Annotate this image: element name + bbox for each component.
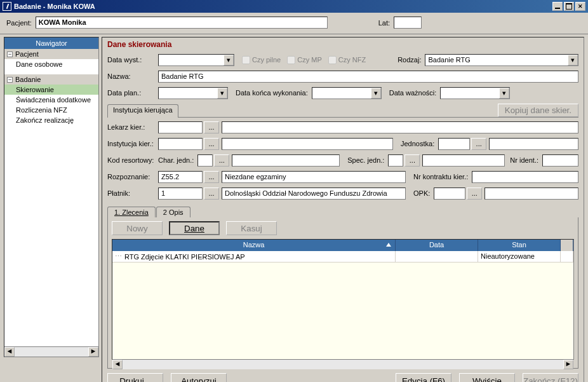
- kasuj-button[interactable]: Kasuj: [226, 221, 277, 235]
- dane-button[interactable]: Dane: [169, 221, 220, 235]
- minimize-button[interactable]: [552, 2, 563, 11]
- instytucja-label: Instytucja kier.:: [107, 140, 158, 147]
- col-spacer: [561, 240, 573, 251]
- app-icon: [3, 2, 11, 11]
- lat-label: Lat:: [378, 19, 390, 27]
- bottom-toolbar: Drukuj... Autoryzuj Edycja (F6) Wyjście …: [107, 373, 578, 382]
- czy-mp-checkbox[interactable]: Czy MP: [287, 56, 322, 64]
- instytucja-lookup-button[interactable]: ...: [204, 138, 219, 150]
- opk-label: OPK:: [413, 189, 430, 197]
- spec-jedn-name-field[interactable]: [422, 154, 505, 167]
- dropdown-icon[interactable]: ▾: [224, 55, 234, 65]
- collapse-icon[interactable]: −: [7, 51, 13, 57]
- opk-name-field[interactable]: [484, 188, 578, 200]
- nav-item-zakoncz[interactable]: Zakończ realizację: [4, 115, 98, 125]
- data-wyst-label: Data wyst.:: [107, 56, 158, 64]
- autoryzuj-button[interactable]: Autoryzuj: [171, 373, 227, 382]
- workspace: Nawigator − Pacjent Dane osobowe − Badan…: [0, 34, 588, 374]
- nazwa-field[interactable]: Badanie RTG: [158, 71, 578, 83]
- rozpoznanie-label: Rozpoznanie:: [107, 173, 158, 181]
- collapse-icon[interactable]: −: [7, 77, 13, 83]
- nav-item-swiadczenia[interactable]: Świadczenia dodatkowe: [4, 95, 98, 105]
- rozpoznanie-name-field[interactable]: Niezdane egzaminy: [222, 171, 406, 183]
- col-stan[interactable]: Stan: [478, 240, 561, 251]
- czy-nfz-checkbox[interactable]: Czy NFZ: [328, 56, 366, 64]
- platnik-name-field[interactable]: Dolnośląski Oddział Narodowego Funduszu …: [222, 188, 406, 200]
- rodzaj-label: Rodzaj:: [398, 56, 421, 64]
- scroll-right-button[interactable]: ►: [88, 347, 98, 357]
- dropdown-icon[interactable]: ▾: [568, 55, 578, 65]
- dropdown-icon[interactable]: ▾: [499, 88, 509, 99]
- platnik-code-field[interactable]: 1: [158, 188, 203, 200]
- scroll-left-button[interactable]: ◄: [4, 347, 15, 357]
- data-waznosci-field[interactable]: ▾: [440, 87, 510, 99]
- platnik-lookup-button[interactable]: ...: [204, 188, 219, 200]
- czy-pilne-checkbox[interactable]: Czy pilne: [242, 56, 281, 64]
- col-data[interactable]: Data: [396, 240, 478, 251]
- char-jedn-label: Char. jedn.:: [158, 156, 194, 164]
- rozpoznanie-code-field[interactable]: Z55.2: [158, 171, 203, 183]
- table-row[interactable]: ⋯RTG Zdjęcie KLATKI PIERSIOWEJ AP Nieaut…: [112, 251, 573, 263]
- navigator-box: Nawigator − Pacjent Dane osobowe − Badan…: [4, 37, 99, 357]
- nav-hscroll[interactable]: ◄ ►: [4, 346, 98, 357]
- data-plan-field[interactable]: ▾: [158, 87, 228, 99]
- nr-kontraktu-field[interactable]: [472, 171, 578, 183]
- nav-root-badanie[interactable]: − Badanie: [4, 74, 98, 85]
- nowy-button[interactable]: Nowy: [112, 221, 163, 235]
- maximize-button[interactable]: [564, 2, 574, 11]
- data-konca-field[interactable]: ▾: [312, 87, 382, 99]
- scroll-right-button[interactable]: ►: [563, 360, 573, 369]
- pacjent-label: Pacjent:: [6, 19, 32, 27]
- data-wyst-field[interactable]: ▾: [158, 54, 234, 66]
- lekarz-name-field[interactable]: [222, 121, 578, 133]
- tab-opis[interactable]: 2 Opis: [156, 207, 190, 217]
- col-nazwa[interactable]: Nazwa: [112, 240, 396, 251]
- tab-instytucja[interactable]: Instytucja kierująca: [107, 104, 178, 118]
- wyjscie-button[interactable]: Wyjście: [459, 373, 515, 382]
- jednostka-name-field[interactable]: [489, 138, 578, 150]
- char-jedn-name-field[interactable]: [232, 154, 340, 167]
- platnik-label: Płatnik:: [107, 189, 158, 197]
- scroll-track[interactable]: [15, 347, 88, 357]
- nazwa-label: Nazwa:: [107, 72, 158, 80]
- nr-ident-field[interactable]: [542, 154, 578, 167]
- lat-field[interactable]: [394, 17, 422, 29]
- opk-lookup-button[interactable]: ...: [467, 188, 482, 200]
- instytucja-code-field[interactable]: [158, 138, 203, 150]
- instytucja-name-field[interactable]: [222, 138, 393, 150]
- nav-root-pacjent[interactable]: − Pacjent: [4, 49, 98, 59]
- char-jedn-field[interactable]: [197, 154, 213, 167]
- cell-data: [396, 251, 478, 262]
- nav-badanie-label: Badanie: [15, 76, 41, 83]
- rozpoznanie-lookup-button[interactable]: ...: [204, 171, 219, 183]
- close-button[interactable]: [575, 2, 585, 11]
- tree-icon: ⋯: [115, 252, 122, 261]
- nav-item-rozliczenia[interactable]: Rozliczenia NFZ: [4, 105, 98, 115]
- char-jedn-lookup-button[interactable]: ...: [214, 154, 229, 167]
- lekarz-code-field[interactable]: [158, 121, 203, 133]
- data-konca-label: Data końca wykonania:: [236, 89, 308, 97]
- scroll-left-button[interactable]: ◄: [112, 360, 123, 369]
- jednostka-lookup-button[interactable]: ...: [471, 138, 486, 150]
- tab-zlecenia[interactable]: 1. Zlecenia: [107, 207, 156, 217]
- nav-item-skierowanie[interactable]: Skierowanie: [4, 85, 98, 95]
- cell-nazwa: RTG Zdjęcie KLATKI PIERSIOWEJ AP: [124, 253, 245, 261]
- pacjent-field[interactable]: KOWA Monika: [36, 17, 328, 29]
- rodzaj-field[interactable]: Badanie RTG▾: [425, 54, 578, 66]
- spec-jedn-field[interactable]: [388, 154, 403, 167]
- navigator-header: Nawigator: [4, 38, 98, 49]
- jednostka-code-field[interactable]: [438, 138, 470, 150]
- dropdown-icon[interactable]: ▾: [371, 88, 381, 99]
- edycja-button[interactable]: Edycja (F6): [396, 373, 451, 382]
- nav-item-dane-osobowe[interactable]: Dane osobowe: [4, 59, 98, 69]
- kopiuj-button[interactable]: Kopiuj dane skier.: [498, 104, 578, 117]
- spec-jedn-lookup-button[interactable]: ...: [404, 154, 420, 167]
- zakoncz-button[interactable]: Zakończ (F12): [523, 373, 578, 382]
- drukuj-button[interactable]: Drukuj...: [107, 373, 163, 382]
- dropdown-icon[interactable]: ▾: [217, 88, 227, 99]
- lekarz-lookup-button[interactable]: ...: [204, 121, 219, 133]
- scroll-track[interactable]: [123, 360, 563, 369]
- zlecenia-pane: Nowy Dane Kasuj Nazwa Data Stan ⋯RTG Zdj…: [107, 217, 578, 369]
- grid-hscroll[interactable]: ◄ ►: [112, 359, 573, 369]
- opk-code-field[interactable]: [434, 188, 465, 200]
